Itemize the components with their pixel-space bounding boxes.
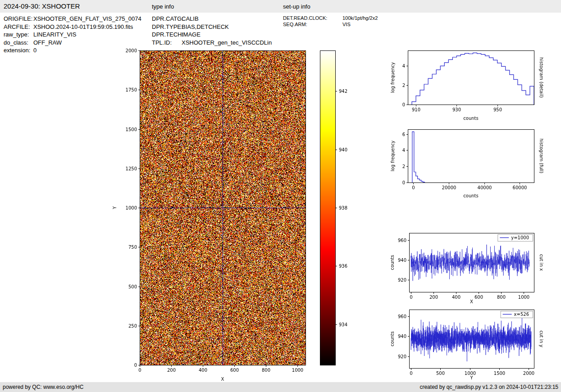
meta-value: CALIB: [182, 15, 199, 22]
meta-row-dpr-tech: DPR.TECH:IMAGE: [152, 31, 272, 39]
meta-row-dpr-type: DPR.TYPE:BIAS,DETCHECK: [152, 23, 272, 31]
meta-value: 100k/1pt/hg/2x2: [342, 15, 378, 21]
meta-row-read-clock: DET.READ.CLOCK:100k/1pt/hg/2x2: [283, 15, 378, 22]
meta-label: extension:: [4, 46, 33, 55]
meta-value: BIAS,DETCHECK: [182, 23, 229, 30]
meta-value: IMAGE: [182, 31, 201, 38]
meta-label: DET.READ.CLOCK:: [283, 15, 342, 22]
type-info-heading: type info: [152, 3, 174, 10]
footer-bar: powered by QC: www.eso.org/HC created by…: [0, 382, 561, 392]
meta-value: VIS: [342, 22, 351, 27]
meta-value: XSHOO.2024-10-01T19:59:05.190.fits: [33, 23, 133, 30]
meta-row-arcfile: ARCFILE:XSHOO.2024-10-01T19:59:05.190.fi…: [4, 23, 141, 31]
meta-row-rawtype: raw_type:LINEARITY_VIS: [4, 31, 141, 39]
meta-label: ORIGFILE:: [4, 15, 33, 23]
type-info-block: DPR.CATG:CALIB DPR.TYPE:BIAS,DETCHECK DP…: [152, 15, 272, 46]
cut-in-x-canvas: [383, 228, 561, 304]
page-title: 2024-09-30: XSHOOTER: [4, 2, 80, 10]
meta-label: DPR.TECH:: [152, 31, 182, 39]
cut-in-y-canvas: [383, 304, 561, 382]
main-image-canvas: [113, 45, 306, 383]
meta-row-dpr-catg: DPR.CATG:CALIB: [152, 15, 272, 23]
meta-row-origfile: ORIGFILE:XSHOOTER_GEN_FLAT_VIS_275_0074: [4, 15, 141, 23]
meta-label: DPR.CATG:: [152, 15, 182, 23]
meta-label: ARCFILE:: [4, 23, 33, 31]
setup-info-block: DET.READ.CLOCK:100k/1pt/hg/2x2 SEQ.ARM:V…: [283, 15, 378, 27]
meta-label: DPR.TYPE:: [152, 23, 182, 31]
meta-label: do_class:: [4, 39, 33, 47]
meta-value: XSHOOTER_GEN_FLAT_VIS_275_0074: [33, 15, 141, 22]
qc-report-page: 2024-09-30: XSHOOTER type info set-up in…: [0, 0, 561, 392]
footer-right-text: created by qc_rawdisp.py v1.2.3 on 2024-…: [420, 384, 558, 390]
colorbar-canvas: [313, 45, 363, 383]
header-bar: 2024-09-30: XSHOOTER type info set-up in…: [0, 0, 561, 13]
histogram-detail-canvas: [383, 45, 561, 123]
meta-row-seq-arm: SEQ.ARM:VIS: [283, 22, 378, 28]
meta-label: SEQ.ARM:: [283, 22, 342, 28]
meta-value: LINEARITY_VIS: [33, 31, 76, 38]
meta-label: raw_type:: [4, 31, 33, 39]
meta-value: OFF_RAW: [33, 39, 62, 46]
setup-info-heading: set-up info: [283, 3, 310, 10]
footer-left-text: powered by QC: www.eso.org/HC: [3, 384, 83, 390]
meta-value: 0: [33, 47, 36, 54]
histogram-full-canvas: [383, 123, 561, 206]
